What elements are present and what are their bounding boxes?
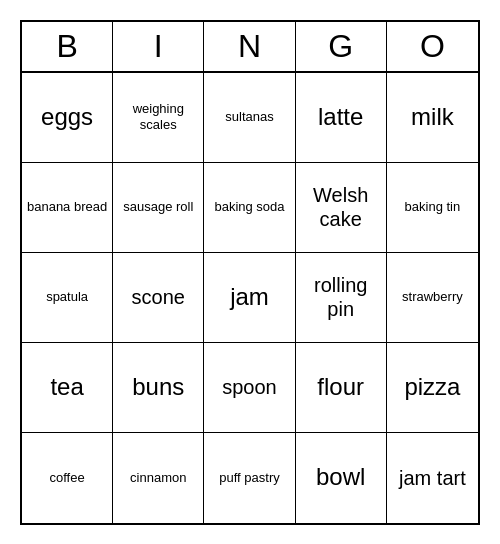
bingo-cell: eggs: [22, 73, 113, 163]
cell-text: buns: [132, 373, 184, 402]
bingo-cell: cinnamon: [113, 433, 204, 523]
cell-text: pizza: [404, 373, 460, 402]
bingo-cell: baking soda: [204, 163, 295, 253]
cell-text: milk: [411, 103, 454, 132]
bingo-cell: flour: [296, 343, 387, 433]
bingo-cell: strawberry: [387, 253, 478, 343]
bingo-grid: eggsweighing scalessultanaslattemilkbana…: [22, 73, 478, 523]
cell-text: sultanas: [225, 109, 273, 125]
bingo-cell: pizza: [387, 343, 478, 433]
bingo-cell: tea: [22, 343, 113, 433]
cell-text: cinnamon: [130, 470, 186, 486]
header-letter: G: [296, 22, 387, 71]
cell-text: coffee: [50, 470, 85, 486]
bingo-cell: bowl: [296, 433, 387, 523]
bingo-cell: spoon: [204, 343, 295, 433]
cell-text: spatula: [46, 289, 88, 305]
cell-text: jam tart: [399, 466, 466, 490]
cell-text: sausage roll: [123, 199, 193, 215]
cell-text: puff pastry: [219, 470, 279, 486]
cell-text: baking soda: [214, 199, 284, 215]
cell-text: eggs: [41, 103, 93, 132]
cell-text: jam: [230, 283, 269, 312]
cell-text: bowl: [316, 463, 365, 492]
cell-text: weighing scales: [117, 101, 199, 132]
cell-text: strawberry: [402, 289, 463, 305]
cell-text: latte: [318, 103, 363, 132]
bingo-cell: milk: [387, 73, 478, 163]
bingo-cell: scone: [113, 253, 204, 343]
bingo-cell: buns: [113, 343, 204, 433]
bingo-card: BINGO eggsweighing scalessultanaslattemi…: [20, 20, 480, 525]
cell-text: baking tin: [405, 199, 461, 215]
cell-text: tea: [50, 373, 83, 402]
bingo-cell: latte: [296, 73, 387, 163]
bingo-cell: spatula: [22, 253, 113, 343]
cell-text: banana bread: [27, 199, 107, 215]
bingo-cell: jam tart: [387, 433, 478, 523]
cell-text: flour: [317, 373, 364, 402]
header-letter: B: [22, 22, 113, 71]
bingo-cell: sultanas: [204, 73, 295, 163]
cell-text: spoon: [222, 375, 277, 399]
header-letter: N: [204, 22, 295, 71]
bingo-cell: jam: [204, 253, 295, 343]
bingo-cell: Welsh cake: [296, 163, 387, 253]
cell-text: Welsh cake: [300, 183, 382, 231]
cell-text: scone: [132, 285, 185, 309]
bingo-cell: puff pastry: [204, 433, 295, 523]
bingo-cell: baking tin: [387, 163, 478, 253]
bingo-header: BINGO: [22, 22, 478, 73]
cell-text: rolling pin: [300, 273, 382, 321]
bingo-cell: coffee: [22, 433, 113, 523]
header-letter: O: [387, 22, 478, 71]
bingo-cell: rolling pin: [296, 253, 387, 343]
bingo-cell: banana bread: [22, 163, 113, 253]
header-letter: I: [113, 22, 204, 71]
bingo-cell: sausage roll: [113, 163, 204, 253]
bingo-cell: weighing scales: [113, 73, 204, 163]
